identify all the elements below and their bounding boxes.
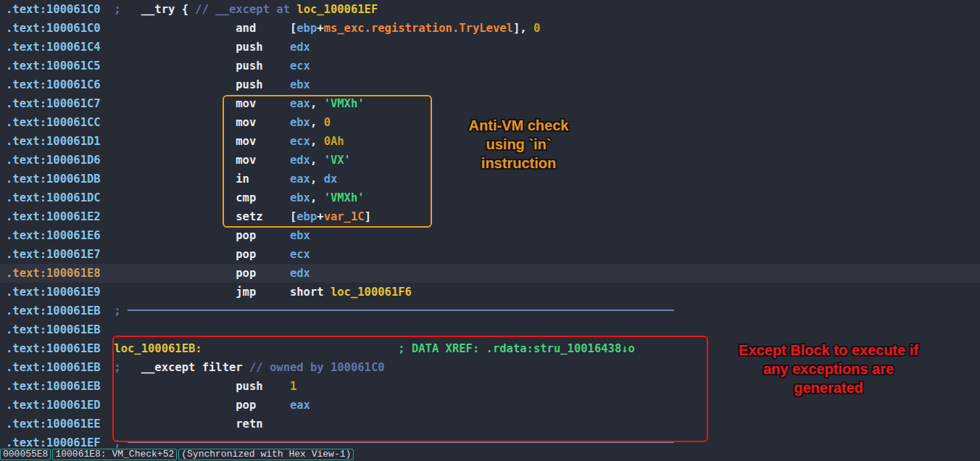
code-register: edx bbox=[290, 154, 310, 167]
code-text: push bbox=[101, 59, 290, 72]
code-text: push bbox=[101, 41, 290, 54]
code-number: 1 bbox=[290, 380, 296, 393]
address: .text:100061DB bbox=[6, 173, 101, 186]
code-text: mov bbox=[101, 116, 290, 129]
code-text: setz [ bbox=[101, 210, 297, 223]
code-text: pop bbox=[101, 229, 290, 242]
code-comment: ; bbox=[101, 361, 141, 374]
address: .text:100061E8 bbox=[6, 267, 101, 280]
address: .text:100061D1 bbox=[6, 135, 101, 148]
code-text: , bbox=[310, 135, 324, 148]
except-block-annotation: Except Block to execute if any exception… bbox=[718, 341, 939, 397]
code-register: ebx bbox=[290, 191, 310, 204]
code-number: 0 bbox=[324, 116, 331, 129]
code-text: and [ bbox=[101, 22, 297, 35]
address: .text:100061E2 bbox=[6, 210, 101, 223]
code-register: edx bbox=[290, 267, 310, 280]
separator-line bbox=[128, 441, 674, 443]
code-text: , bbox=[310, 173, 324, 186]
code-text: , bbox=[310, 154, 324, 167]
code-text: push bbox=[101, 380, 290, 393]
address: .text:100061C7 bbox=[6, 97, 101, 110]
address: .text:100061C4 bbox=[6, 41, 101, 54]
listing-row[interactable]: .text:100061EE retn bbox=[0, 415, 980, 433]
listing-row[interactable]: .text:100061E7 pop ecx bbox=[0, 245, 980, 264]
code-text: jmp short bbox=[101, 286, 331, 299]
status-sync-indicator: (Synchronized with Hex View-1) bbox=[178, 449, 354, 460]
code-text: + bbox=[317, 210, 323, 223]
listing-row[interactable]: .text:100061C6 push ebx bbox=[0, 75, 980, 94]
address: .text:100061EE bbox=[6, 418, 101, 431]
anti-vm-annotation: Anti-VM check using `in` instruction bbox=[441, 116, 597, 173]
code-text: __try { bbox=[141, 3, 196, 16]
address: .text:100061E7 bbox=[6, 248, 101, 261]
code-register: ebx bbox=[290, 78, 310, 91]
code-register: ebp bbox=[296, 22, 317, 35]
listing-row[interactable]: .text:100061C4 push edx bbox=[0, 38, 980, 57]
address: .text:100061C5 bbox=[6, 59, 101, 72]
code-register: ecx bbox=[290, 135, 310, 148]
code-register: ebx bbox=[290, 229, 310, 242]
listing-row[interactable]: .text:100061E2 setz [ebp+var_1C] bbox=[0, 207, 980, 226]
address: .text:100061C0 bbox=[6, 22, 101, 35]
listing-row[interactable]: .text:100061ED pop eax bbox=[0, 396, 980, 415]
listing-row[interactable]: .text:100061E8 pop edx bbox=[0, 264, 980, 283]
code-number: 0 bbox=[533, 22, 540, 35]
listing-row[interactable]: .text:100061C0 ; __try { // __except at … bbox=[0, 0, 980, 19]
code-string: ; DATA XREF: .rdata:stru_10016438↓o bbox=[398, 342, 635, 355]
code-register: dx bbox=[324, 173, 338, 186]
address: .text:100061EB bbox=[6, 323, 101, 336]
address: .text:100061E6 bbox=[6, 229, 101, 242]
code-text: , bbox=[310, 116, 324, 129]
code-text: ], bbox=[513, 22, 533, 35]
address: .text:100061D6 bbox=[6, 154, 101, 167]
listing-row[interactable]: .text:100061C7 mov eax, 'VMXh' bbox=[0, 94, 980, 113]
code-text: mov bbox=[101, 154, 290, 167]
address: .text:100061EB bbox=[6, 380, 101, 393]
code-register: eax bbox=[290, 173, 310, 186]
code-text: , bbox=[310, 97, 324, 110]
code-label[interactable]: loc_100061EF bbox=[296, 3, 378, 16]
address: .text:100061C0 bbox=[6, 3, 101, 16]
code-text: cmp bbox=[101, 191, 290, 204]
code-identifier[interactable]: ms_exc.registration.TryLevel bbox=[324, 22, 513, 35]
address: .text:100061EB bbox=[6, 304, 101, 317]
address: .text:100061ED bbox=[6, 399, 101, 412]
code-text: in bbox=[101, 173, 290, 186]
code-string: 'VMXh' bbox=[324, 97, 365, 110]
listing-row[interactable]: .text:100061C5 push ecx bbox=[0, 57, 980, 75]
code-register: ebp bbox=[296, 210, 317, 223]
listing-row[interactable]: .text:100061E9 jmp short loc_100061F6 bbox=[0, 283, 980, 302]
listing-row[interactable]: .text:100061EB ; bbox=[0, 302, 980, 320]
code-text: pop bbox=[101, 267, 290, 280]
listing-row[interactable]: .text:100061C0 and [ebp+ms_exc.registrat… bbox=[0, 19, 980, 38]
address: .text:100061CC bbox=[6, 116, 101, 129]
code-register: edx bbox=[290, 41, 310, 54]
address: .text:100061E9 bbox=[6, 286, 101, 299]
code-comment: ; bbox=[101, 3, 141, 16]
code-text: retn bbox=[101, 418, 263, 431]
code-label[interactable]: loc_100061F6 bbox=[331, 286, 412, 299]
code-register: ecx bbox=[290, 248, 310, 261]
code-comment: // __except at bbox=[195, 3, 296, 16]
listing-row[interactable]: .text:100061E6 pop ebx bbox=[0, 226, 980, 245]
code-text: ] bbox=[365, 210, 371, 223]
code-text bbox=[202, 342, 399, 355]
code-text bbox=[101, 342, 115, 355]
address: .text:100061EB bbox=[6, 361, 101, 374]
listing-row[interactable]: .text:100061DC cmp ebx, 'VMXh' bbox=[0, 188, 980, 207]
code-register: eax bbox=[290, 97, 310, 110]
code-string: 'VMXh' bbox=[324, 191, 365, 204]
code-text: + bbox=[317, 22, 323, 35]
listing-row[interactable]: .text:100061EB bbox=[0, 320, 980, 339]
code-text: pop bbox=[101, 248, 290, 261]
code-text: push bbox=[101, 78, 290, 91]
code-text: pop bbox=[101, 399, 290, 412]
code-identifier[interactable]: var_1C bbox=[324, 210, 365, 223]
separator-line bbox=[128, 310, 674, 311]
status-bar: 000055E8 100061E8: VM_Check+52 (Synchron… bbox=[0, 448, 980, 461]
code-label[interactable]: loc_100061EB: bbox=[114, 342, 202, 355]
code-number: 0Ah bbox=[324, 135, 344, 148]
code-text: mov bbox=[101, 97, 290, 110]
code-string: 'VX' bbox=[324, 154, 351, 167]
